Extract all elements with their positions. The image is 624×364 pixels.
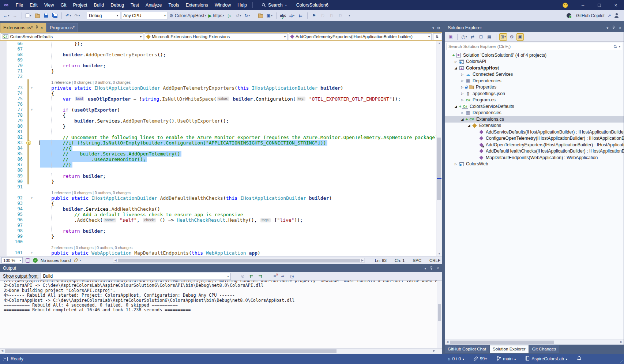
outlining-margin[interactable] — [29, 124, 35, 129]
toggle-bookmark-button[interactable]: ⚑ — [310, 11, 318, 20]
breakpoint-margin[interactable] — [0, 217, 7, 223]
close-button[interactable]: × — [608, 0, 624, 10]
line-number[interactable]: 74 — [7, 91, 27, 96]
code-text[interactable]: builder.Services.AddHealthChecks() — [35, 206, 436, 212]
tree-item-appsettings-json[interactable]: ▷{}appsettings.json — [445, 90, 624, 97]
expander-icon[interactable]: ▷ — [460, 98, 465, 102]
breakpoint-margin[interactable] — [0, 102, 7, 107]
line-number[interactable]: 92 — [7, 195, 27, 201]
repository-button[interactable]: AspireColorsLab▴ — [525, 356, 567, 362]
line-number[interactable]: 76 — [7, 102, 27, 107]
document-health-icon[interactable] — [26, 258, 30, 263]
output-vertical-scrollbar[interactable] — [437, 281, 442, 348]
clear-bookmarks-button[interactable]: ⚐ — [337, 11, 345, 20]
code-text[interactable]: return builder; — [35, 173, 436, 179]
start-debugging-button[interactable]: ▶ https▾ — [207, 11, 225, 20]
menu-debug[interactable]: Debug — [107, 0, 127, 10]
breakpoint-margin[interactable] — [0, 151, 7, 157]
breakpoint-margin[interactable] — [0, 118, 7, 124]
breakpoint-margin[interactable] — [0, 228, 7, 234]
notifications-button[interactable] — [577, 356, 582, 362]
undo-button[interactable]: ↶▾ — [64, 11, 72, 20]
code-text[interactable]: return builder; — [35, 228, 436, 234]
next-bookmark-button[interactable]: ⚐ — [328, 11, 336, 20]
timestamp-icon[interactable]: ◷ — [289, 274, 295, 279]
outlining-margin[interactable] — [29, 74, 35, 79]
outlining-margin[interactable] — [29, 96, 35, 102]
code-text[interactable] — [35, 184, 436, 190]
member-dropdown[interactable]: AddOpenTelemetryExporters(IHostApplicati… — [289, 33, 432, 40]
breakpoint-margin[interactable] — [0, 157, 7, 162]
tree-item-solution-colorssolution6-[interactable]: +Solution 'ColorsSolution6' (4 of 4 proj… — [445, 52, 624, 59]
breakpoint-margin[interactable] — [0, 46, 7, 52]
menu-edit[interactable]: Edit — [26, 0, 41, 10]
code-text[interactable]: public static WebApplication MapDefaultE… — [35, 250, 436, 256]
line-number[interactable]: 79 — [7, 118, 27, 124]
expander-icon[interactable]: ▷ — [460, 92, 465, 95]
background-tasks-icon[interactable] — [3, 357, 8, 361]
clear-all-icon[interactable]: ≡× — [272, 274, 278, 279]
line-number[interactable]: 100 — [7, 239, 27, 245]
line-number[interactable]: 98 — [7, 228, 27, 234]
zoom-level-dropdown[interactable]: 100 %▾ — [1, 257, 23, 263]
line-number[interactable]: 70 — [7, 63, 27, 68]
outlining-margin[interactable] — [29, 102, 35, 107]
line-indent-button[interactable]: ⇉▾ — [288, 11, 296, 20]
menu-git[interactable]: Git — [57, 0, 70, 10]
line-outdent-button[interactable]: ⇇ — [297, 11, 305, 20]
window-position-icon[interactable]: ▾ — [606, 26, 608, 30]
open-file-button[interactable] — [33, 11, 41, 20]
solution-explorer-header[interactable]: Solution Explorer ▾ × — [445, 23, 624, 32]
breakpoint-margin[interactable] — [0, 168, 7, 173]
branch-button[interactable]: main▴ — [497, 356, 516, 362]
expander-icon[interactable]: ▷ — [460, 73, 465, 76]
breakpoint-margin[interactable] — [0, 162, 7, 168]
outlining-margin[interactable] — [29, 184, 35, 190]
breakpoint-margin[interactable] — [0, 201, 7, 206]
scrollbar-thumb[interactable] — [437, 138, 441, 200]
solutions-and-folders-icon[interactable]: ⊞▾ — [499, 33, 507, 41]
output-source-dropdown[interactable]: Build▾ — [41, 273, 231, 280]
code-text[interactable]: { — [35, 91, 436, 96]
close-icon[interactable]: × — [437, 266, 439, 270]
tree-item-colorsweb[interactable]: ▷ColorsWeb — [445, 161, 624, 168]
word-wrap-icon[interactable]: ↵ — [280, 274, 286, 279]
line-number[interactable]: 66 — [7, 41, 27, 46]
breakpoint-margin[interactable] — [0, 113, 7, 118]
tree-item-mapdefaultendpoints[interactable]: MapDefaultEndpoints(WebApplication) : We… — [445, 154, 624, 161]
properties-wrench-icon[interactable]: ⚙ — [508, 33, 515, 41]
menu-test[interactable]: Test — [127, 0, 142, 10]
breakpoint-margin[interactable] — [0, 52, 7, 57]
menu-help[interactable]: Help — [234, 0, 250, 10]
outlining-margin[interactable] — [29, 57, 35, 63]
scrollbar-thumb[interactable] — [5, 349, 337, 353]
minimize-button[interactable]: – — [575, 0, 591, 10]
breakpoint-margin[interactable] — [0, 129, 7, 135]
line-number[interactable]: 96 — [7, 217, 27, 223]
outlining-margin[interactable] — [29, 46, 35, 52]
breakpoint-margin[interactable] — [0, 107, 7, 113]
breakpoint-margin[interactable] — [0, 206, 7, 212]
code-text[interactable]: //if (!string.IsNullOrEmpty(builder.Conf… — [35, 140, 436, 146]
outlining-margin[interactable] — [29, 135, 35, 140]
breakpoint-margin[interactable] — [0, 184, 7, 190]
pin-icon[interactable] — [430, 266, 433, 271]
switch-views-icon[interactable]: ▣ — [447, 33, 454, 41]
expander-icon[interactable]: ◢ — [453, 66, 458, 70]
pin-icon[interactable] — [35, 25, 38, 30]
expander-icon[interactable]: ◢ — [460, 117, 465, 121]
pending-changes-filter-icon[interactable]: ◷▾ — [461, 33, 468, 41]
breakpoint-margin[interactable] — [0, 146, 7, 151]
show-all-files-icon[interactable]: ▤ — [486, 33, 493, 41]
outlining-margin[interactable]: ∨ — [29, 107, 35, 113]
pin-icon[interactable] — [612, 26, 615, 30]
expander-icon[interactable]: ▷ — [453, 162, 458, 166]
outlining-margin[interactable] — [29, 91, 35, 96]
code-text[interactable]: }); — [35, 41, 436, 46]
menu-project[interactable]: Project — [70, 0, 91, 10]
start-without-debugging-button[interactable]: ▷ — [226, 11, 234, 20]
outlining-margin[interactable] — [29, 68, 35, 74]
line-number[interactable]: 87 — [7, 162, 27, 168]
menu-tools[interactable]: Tools — [165, 0, 183, 10]
line-number[interactable]: 67 — [7, 46, 27, 52]
